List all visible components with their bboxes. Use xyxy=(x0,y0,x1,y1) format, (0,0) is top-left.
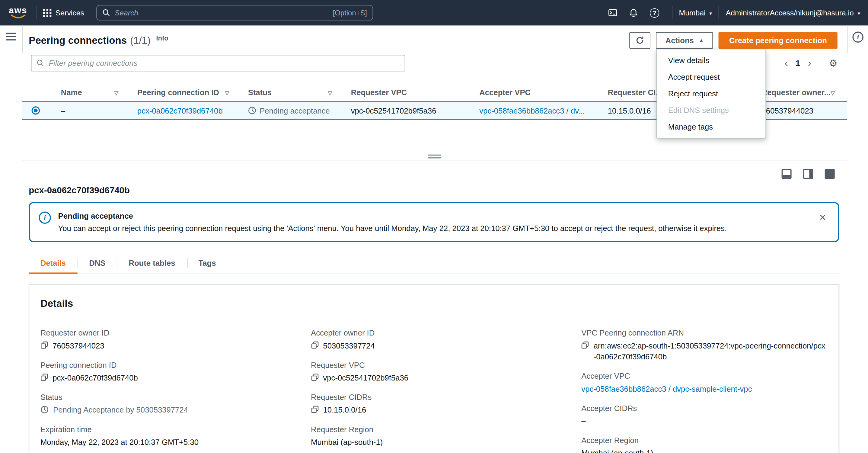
global-search[interactable]: [Option+S] xyxy=(96,5,373,21)
info-link[interactable]: Info xyxy=(156,34,168,42)
field-requester-vpc: Requester VPC vpc-0c52541702b9f5a36 xyxy=(311,359,557,383)
nav-divider xyxy=(36,6,37,19)
field-accepter-owner-id: Accepter owner ID 503053397724 xyxy=(311,327,557,351)
help-question-icon: ? xyxy=(650,8,659,18)
pagination-page-1[interactable]: 1 xyxy=(791,59,805,67)
select-column-header xyxy=(22,84,55,101)
right-rail-divider xyxy=(847,25,848,53)
chevron-down-icon: ▾ xyxy=(710,10,712,16)
create-peering-connection-button[interactable]: Create peering connection xyxy=(719,32,838,49)
cloudshell-button[interactable] xyxy=(602,0,623,25)
sort-icon: ▽ xyxy=(328,89,332,95)
field-requester-owner-id: Requester owner ID 760537944023 xyxy=(40,327,286,351)
sidebar-toggle-hamburger-icon[interactable] xyxy=(6,33,16,42)
nav-divider xyxy=(719,6,719,19)
detail-tabs: Details DNS Route tables Tags xyxy=(29,252,839,274)
page-title: Peering connections xyxy=(29,35,127,47)
clock-icon xyxy=(40,405,49,414)
search-input[interactable] xyxy=(115,8,329,17)
details-column-2: Accepter owner ID 503053397724 Requester… xyxy=(311,327,557,453)
chevron-down-icon: ▾ xyxy=(858,10,860,16)
field-requester-cidrs: Requester CIDRs 10.15.0.0/16 xyxy=(311,392,557,416)
aws-smile-icon xyxy=(10,14,26,19)
tab-route-tables[interactable]: Route tables xyxy=(117,252,187,274)
field-accepter-region: Accepter Region Mumbai (ap-south-1) xyxy=(581,435,827,453)
sort-icon: ▽ xyxy=(225,89,229,95)
cell-requester-owner: 760537944023 xyxy=(756,102,847,119)
split-panel-divider xyxy=(22,152,847,161)
details-column-1: Requester owner ID 760537944023 Peering … xyxy=(40,327,286,453)
cell-name: – xyxy=(55,102,132,119)
notifications-button[interactable] xyxy=(623,0,644,25)
actions-button-label: Actions xyxy=(665,36,694,45)
column-header-peering-id[interactable]: Peering connection ID ▽ xyxy=(132,84,242,101)
column-header-requester-owner[interactable]: Requester owner... ▽ xyxy=(756,84,847,101)
refresh-button[interactable] xyxy=(629,32,651,49)
pagination-prev-button[interactable]: ‹ xyxy=(781,57,791,69)
field-status: Status Pending Acceptance by 50305339772… xyxy=(40,392,286,416)
copy-icon[interactable] xyxy=(581,341,589,349)
pagination-next-button[interactable]: › xyxy=(805,57,815,69)
menu-item-manage-tags[interactable]: Manage tags xyxy=(657,118,765,135)
copy-icon[interactable] xyxy=(311,341,319,349)
region-label: Mumbai xyxy=(679,8,706,17)
tab-dns[interactable]: DNS xyxy=(78,252,117,274)
refresh-icon xyxy=(636,36,644,45)
accepter-vpc-link[interactable]: vpc-058fae36bb862acc3 / dv... xyxy=(479,106,585,115)
cell-accepter-vpc: vpc-058fae36bb862acc3 / dv... xyxy=(474,102,602,119)
details-card-title: Details xyxy=(40,298,828,310)
account-menu[interactable]: AdministratorAccess/nikunj@hasura.io ▾ xyxy=(726,8,860,17)
field-requester-region: Requester Region Mumbai (ap-south-1) xyxy=(311,424,557,448)
sort-icon: ▽ xyxy=(831,89,835,95)
alert-message: You can accept or reject this peering co… xyxy=(58,222,727,234)
actions-button[interactable]: Actions ▲ xyxy=(656,32,713,49)
detail-panel-title: pcx-0a062c70f39d6740b xyxy=(29,185,847,195)
help-button[interactable]: ? xyxy=(644,0,665,25)
info-panel-toggle[interactable]: i xyxy=(852,32,864,43)
filter-box[interactable] xyxy=(31,55,405,71)
region-selector[interactable]: Mumbai ▾ xyxy=(679,8,712,17)
cell-requester-vpc: vpc-0c52541702b9f5a36 xyxy=(345,102,473,119)
menu-item-accept-request[interactable]: Accept request xyxy=(657,68,765,85)
page-header-row: Peering connections (1/1) Info Actions ▲… xyxy=(29,32,837,49)
tab-details[interactable]: Details xyxy=(29,252,77,274)
copy-icon[interactable] xyxy=(40,341,48,349)
pending-acceptance-alert: i Pending acceptance You can accept or r… xyxy=(29,202,839,242)
filter-input[interactable] xyxy=(49,59,400,67)
split-panel-drag-handle[interactable] xyxy=(428,154,441,158)
column-header-status[interactable]: Status ▽ xyxy=(242,84,345,101)
field-vpc-peering-arn: VPC Peering connection ARN arn:aws:ec2:a… xyxy=(581,327,827,362)
field-accepter-cidrs: Accepter CIDRs – xyxy=(581,402,827,426)
services-label: Services xyxy=(56,8,84,17)
copy-icon[interactable] xyxy=(311,405,319,413)
page-count: (1/1) xyxy=(130,35,151,47)
sort-icon: ▽ xyxy=(114,89,118,95)
aws-logo[interactable]: aws xyxy=(9,6,27,19)
menu-item-view-details[interactable]: View details xyxy=(657,52,765,68)
account-label: AdministratorAccess/nikunj@hasura.io xyxy=(726,8,854,17)
services-menu-button[interactable]: Services xyxy=(43,8,84,17)
topnav-right-cluster: ? Mumbai ▾ AdministratorAccess/nikunj@ha… xyxy=(602,0,860,25)
field-peering-connection-id: Peering connection ID pcx-0a062c70f39d67… xyxy=(40,359,286,383)
copy-icon[interactable] xyxy=(40,373,48,381)
alert-close-icon[interactable]: × xyxy=(816,211,829,224)
column-header-accepter-vpc[interactable]: Accepter VPC xyxy=(474,84,602,101)
detail-panel: pcx-0a062c70f39d6740b i Pending acceptan… xyxy=(22,161,847,453)
status-text: Pending acceptance xyxy=(259,106,330,115)
column-header-requester-vpc[interactable]: Requester VPC xyxy=(345,84,473,101)
peering-id-link[interactable]: pcx-0a062c70f39d6740b xyxy=(137,106,223,115)
menu-item-reject-request[interactable]: Reject request xyxy=(657,85,765,102)
cell-status: Pending acceptance xyxy=(242,102,345,119)
row-radio-selected[interactable] xyxy=(32,106,40,115)
accepter-vpc-link[interactable]: vpc-058fae36bb862acc3 / dvpc-sample-clie… xyxy=(581,383,752,394)
copy-icon[interactable] xyxy=(311,373,319,381)
field-accepter-vpc: Accepter VPC vpc-058fae36bb862acc3 / dvp… xyxy=(581,370,827,394)
search-shortcut-hint: [Option+S] xyxy=(333,8,367,17)
details-column-3: VPC Peering connection ARN arn:aws:ec2:a… xyxy=(581,327,827,453)
tab-tags[interactable]: Tags xyxy=(187,252,227,274)
panel-position-full-icon[interactable] xyxy=(825,169,835,179)
table-preferences-gear-icon[interactable]: ⚙ xyxy=(829,57,838,69)
panel-position-side-icon[interactable] xyxy=(803,169,813,179)
column-header-name[interactable]: Name ▽ xyxy=(55,84,132,101)
panel-position-bottom-icon[interactable] xyxy=(782,169,792,179)
